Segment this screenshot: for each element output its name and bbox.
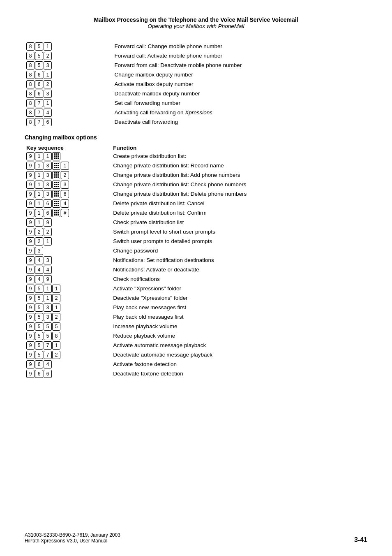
key-box: 3 xyxy=(44,162,52,170)
keys-col: 9531 xyxy=(25,303,111,312)
table-row: 9572Deactivate automatic message playbac… xyxy=(25,350,367,359)
key-box: 8 xyxy=(26,42,35,51)
func-col: Change private distribution list: Add ph… xyxy=(111,170,367,180)
key-box: 1 xyxy=(35,199,43,208)
table-row: 949Check notifications xyxy=(25,274,367,284)
key-box: 7 xyxy=(44,341,52,350)
func-col: Activate mailbox deputy number xyxy=(113,79,367,89)
key-box: 7 xyxy=(35,99,43,107)
keys-col: 862 xyxy=(25,79,113,89)
keys-col: 9558 xyxy=(25,331,111,341)
table-row: 863Deactivate mailbox deputy number xyxy=(25,89,367,98)
key-box: 1 xyxy=(35,171,43,179)
key-box: 8 xyxy=(26,90,35,98)
key-box: 6 xyxy=(44,370,52,378)
page-footer: A31003-S2330-B690-2-7619, January 2003 H… xyxy=(25,532,367,544)
key-box: 1 xyxy=(44,237,52,246)
keys-col: 9532 xyxy=(25,312,111,322)
changing-table: Key sequence Function 911Create private … xyxy=(25,144,367,378)
table-row: 851Forward call: Change mobile phone num… xyxy=(25,42,367,51)
key-box: 9 xyxy=(44,275,52,283)
key-box: 1 xyxy=(52,285,60,293)
func-col: Deactivate automatic message playback xyxy=(111,350,367,359)
keys-col: 851 xyxy=(25,42,113,51)
func-col: Deactivate mailbox deputy number xyxy=(113,89,367,98)
key-box: 5 xyxy=(35,294,43,302)
key-box: 2 xyxy=(52,351,60,359)
key-box: 9 xyxy=(26,332,35,340)
page-header: Mailbox Processing on the Telephone and … xyxy=(25,16,367,29)
key-box: 8 xyxy=(26,118,35,126)
table-row: 9512Deactivate "Xpressions" folder xyxy=(25,293,367,303)
key-box: 4 xyxy=(44,109,52,117)
key-box: 4 xyxy=(35,266,43,274)
key-box: 2 xyxy=(44,228,52,236)
key-box: 5 xyxy=(35,351,43,359)
key-box: # xyxy=(61,209,69,217)
table-row: 9531Play back new messages first xyxy=(25,303,367,312)
key-box: 8 xyxy=(26,109,35,117)
key-box: 1 xyxy=(44,42,52,51)
key-box: 6 xyxy=(35,360,43,368)
table-row: 9164Delete private distribution list: Ca… xyxy=(25,199,367,208)
key-box: 2 xyxy=(35,237,43,246)
func-col: Activate automatic message playback xyxy=(111,341,367,350)
key-box: 9 xyxy=(26,162,35,170)
func-col: Notifications: Activate or deactivate xyxy=(111,265,367,274)
key-box: 4 xyxy=(35,256,43,264)
key-box: 9 xyxy=(26,218,35,227)
key-grid xyxy=(52,162,60,170)
keys-col: 93 xyxy=(25,246,111,255)
key-box: 7 xyxy=(35,109,43,117)
key-box: 1 xyxy=(44,152,52,160)
func-col: Change password xyxy=(111,246,367,255)
func-col: Notifications: Set notification destinat… xyxy=(111,255,367,265)
func-col: Switch prompt level to short user prompt… xyxy=(111,227,367,236)
keys-col: 921 xyxy=(25,236,111,246)
func-col: Play back old messages first xyxy=(111,312,367,322)
key-box: 8 xyxy=(26,61,35,70)
keys-col: 9512 xyxy=(25,293,111,303)
key-box: 6 xyxy=(61,190,69,198)
key-box: 6 xyxy=(35,80,43,88)
key-box: 4 xyxy=(35,275,43,283)
key-box: 6 xyxy=(35,71,43,79)
keys-col: 9133 xyxy=(25,180,111,189)
func-col: Change mailbox deputy number xyxy=(113,70,367,79)
table-row: 964Activate faxtone detection xyxy=(25,359,367,369)
key-box: 8 xyxy=(26,71,35,79)
key-box: 2 xyxy=(52,313,60,321)
key-box: 9 xyxy=(26,370,35,378)
key-box: 2 xyxy=(44,52,52,60)
table-row: 921Switch user prompts to detailed promp… xyxy=(25,236,367,246)
keys-col: 861 xyxy=(25,70,113,79)
table-row: 9571Activate automatic message playback xyxy=(25,341,367,350)
key-box: 9 xyxy=(26,351,35,359)
func-col: Delete private distribution list: Confir… xyxy=(111,208,367,218)
func-col: Deactivate faxtone detection xyxy=(111,369,367,378)
changing-heading: Changing mailbox options xyxy=(25,134,367,141)
key-box: 5 xyxy=(35,285,43,293)
key-grid xyxy=(52,209,60,217)
key-grid xyxy=(52,152,60,160)
table-row: 9532Play back old messages first xyxy=(25,312,367,322)
key-box: 3 xyxy=(44,256,52,264)
keys-col: 919 xyxy=(25,218,111,227)
key-box: 5 xyxy=(35,332,43,340)
key-grid xyxy=(52,199,60,208)
table-row: 9133Change private distribution list: Ch… xyxy=(25,180,367,189)
table-row: 862Activate mailbox deputy number xyxy=(25,79,367,89)
key-box: 1 xyxy=(52,341,60,350)
key-box: 4 xyxy=(61,199,69,208)
key-box: 9 xyxy=(26,266,35,274)
key-box: 5 xyxy=(35,52,43,60)
key-box: 9 xyxy=(26,303,35,312)
key-box: 9 xyxy=(26,228,35,236)
key-box: 5 xyxy=(35,61,43,70)
key-box: 1 xyxy=(35,209,43,217)
table-row: 911Create private distribution list: xyxy=(25,151,367,161)
key-box: 1 xyxy=(61,162,69,170)
key-box: 9 xyxy=(44,218,52,227)
func-col: Create private distribution list: xyxy=(111,151,367,161)
top-section: 851Forward call: Change mobile phone num… xyxy=(25,42,367,127)
